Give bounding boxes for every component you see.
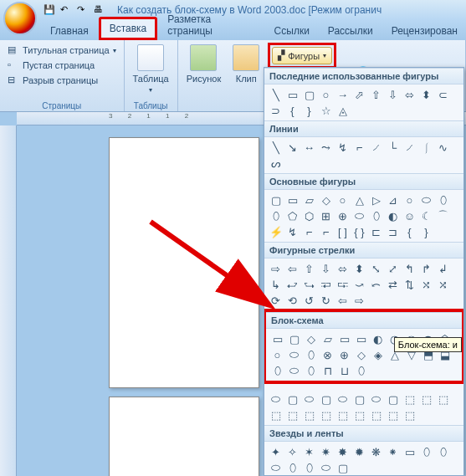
shape-item[interactable]: ○: [402, 192, 417, 207]
shape-item[interactable]: ⟋: [402, 140, 417, 155]
shape-item[interactable]: ⟋: [368, 140, 384, 155]
shape-item[interactable]: ∿: [435, 140, 451, 155]
shape-item[interactable]: ↰: [402, 261, 417, 276]
shape-item[interactable]: ◇: [303, 331, 319, 346]
shape-item[interactable]: ⇦: [284, 261, 300, 276]
document-page[interactable]: [109, 137, 259, 388]
shape-item[interactable]: ⬯: [418, 444, 434, 459]
shape-item[interactable]: ⬯: [303, 363, 319, 378]
document-page[interactable]: [109, 397, 259, 476]
shape-item[interactable]: ⤮: [435, 277, 451, 292]
shape-item[interactable]: └: [385, 140, 401, 155]
print-icon[interactable]: 🖶: [94, 4, 105, 16]
shape-item[interactable]: ╲: [268, 140, 284, 155]
tab-mailings[interactable]: Рассылки: [320, 22, 382, 40]
shape-item[interactable]: ↳: [268, 277, 284, 292]
shape-item[interactable]: △: [351, 192, 367, 207]
shape-item[interactable]: ☺: [402, 208, 417, 223]
shape-item[interactable]: ▷: [368, 192, 384, 207]
shape-item[interactable]: ⇧: [368, 87, 384, 102]
shape-item[interactable]: ⬭: [351, 208, 367, 223]
shape-item[interactable]: ⬭: [268, 392, 284, 407]
shape-item[interactable]: ⬚: [268, 407, 284, 422]
shape-item[interactable]: ⬚: [301, 407, 317, 422]
shape-item[interactable]: ⬭: [268, 460, 284, 475]
shape-item[interactable]: ⬯: [368, 208, 384, 223]
shape-item[interactable]: ⊕: [335, 208, 351, 223]
shape-item[interactable]: ⚡: [268, 224, 284, 239]
shape-item[interactable]: ▢: [286, 331, 302, 346]
shape-item[interactable]: ⟳: [268, 293, 284, 308]
cover-page-button[interactable]: ▤Титульная страница▾: [5, 43, 119, 58]
shape-item[interactable]: ⇦: [335, 293, 351, 308]
shape-item[interactable]: ⬭: [286, 363, 302, 378]
shape-item[interactable]: ⬚: [402, 392, 417, 407]
shape-item[interactable]: ⎰: [418, 140, 434, 155]
shape-item[interactable]: ◐: [370, 331, 386, 346]
shape-item[interactable]: {: [402, 224, 417, 239]
shape-item[interactable]: ↺: [301, 293, 317, 308]
office-button[interactable]: [3, 2, 37, 35]
shape-item[interactable]: ▱: [301, 192, 317, 207]
shape-item[interactable]: ✷: [318, 444, 334, 459]
shape-item[interactable]: ⟲: [284, 293, 300, 308]
shape-item[interactable]: ⬭: [318, 460, 334, 475]
shape-item[interactable]: ⬚: [402, 407, 417, 422]
picture-button[interactable]: Рисунок: [183, 43, 225, 100]
shape-item[interactable]: ▢: [268, 192, 284, 207]
shape-item[interactable]: ✧: [284, 444, 300, 459]
tab-review[interactable]: Рецензирован: [383, 22, 466, 40]
shape-item[interactable]: ⬡: [301, 208, 317, 223]
shape-item[interactable]: ⊔: [336, 363, 352, 378]
shape-item[interactable]: ◬: [335, 103, 351, 118]
shape-item[interactable]: ⌒: [435, 208, 451, 223]
redo-icon[interactable]: ↷: [77, 4, 89, 16]
shape-item[interactable]: ⊃: [268, 103, 284, 118]
shape-item[interactable]: ⤺: [368, 277, 384, 292]
shape-item[interactable]: ⬚: [368, 407, 384, 422]
shape-item[interactable]: ⬚: [435, 392, 451, 407]
shape-item[interactable]: ⬍: [418, 87, 434, 102]
shape-item[interactable]: ○: [318, 87, 334, 102]
shape-item[interactable]: ▢: [318, 392, 334, 407]
tab-pagelayout[interactable]: Разметка страницы: [159, 10, 264, 40]
shape-item[interactable]: ☆: [318, 103, 334, 118]
shape-item[interactable]: ⤡: [368, 261, 384, 276]
shape-item[interactable]: ⌐: [301, 224, 317, 239]
shape-item[interactable]: ⬭: [286, 347, 302, 362]
shape-item[interactable]: ↘: [284, 140, 300, 155]
tab-references[interactable]: Ссылки: [266, 22, 318, 40]
shape-item[interactable]: ╲: [268, 87, 284, 102]
shape-item[interactable]: ⊞: [318, 208, 334, 223]
shape-item[interactable]: ↯: [335, 140, 351, 155]
shape-item[interactable]: ○: [335, 192, 351, 207]
shape-item[interactable]: ↯: [284, 224, 300, 239]
shape-item[interactable]: ⬯: [268, 208, 284, 223]
shape-item[interactable]: ◈: [370, 347, 386, 362]
shape-item[interactable]: ▭: [269, 331, 285, 346]
tab-home[interactable]: Главная: [42, 22, 97, 40]
shape-item[interactable]: ⇅: [402, 277, 417, 292]
shape-item[interactable]: ▭: [284, 192, 300, 207]
shape-item[interactable]: ⬯: [269, 363, 285, 378]
shape-item[interactable]: ↱: [418, 261, 434, 276]
shape-item[interactable]: ⤢: [385, 261, 401, 276]
table-button[interactable]: Таблица ▾: [130, 43, 172, 100]
shapes-button[interactable]: ▞ Фигуры ▾: [272, 47, 332, 64]
shape-item[interactable]: ⮓: [335, 277, 351, 292]
shape-item[interactable]: ⬭: [418, 192, 434, 207]
shape-item[interactable]: ⬠: [284, 208, 300, 223]
shape-item[interactable]: ○: [269, 347, 285, 362]
shape-item[interactable]: ⬯: [435, 444, 451, 459]
shape-item[interactable]: ▭: [402, 444, 417, 459]
shape-item[interactable]: ᔕ: [268, 156, 284, 171]
shape-item[interactable]: ⬚: [351, 407, 367, 422]
shape-item[interactable]: ❋: [368, 444, 384, 459]
blank-page-button[interactable]: ▫Пустая страница: [5, 58, 119, 73]
shape-item[interactable]: [ ]: [335, 224, 351, 239]
shape-item[interactable]: ⬚: [318, 407, 334, 422]
shape-item[interactable]: ⮑: [301, 277, 317, 292]
shape-item[interactable]: ⬀: [351, 87, 367, 102]
shape-item[interactable]: ⬚: [335, 407, 351, 422]
shape-item[interactable]: ⬯: [301, 460, 317, 475]
